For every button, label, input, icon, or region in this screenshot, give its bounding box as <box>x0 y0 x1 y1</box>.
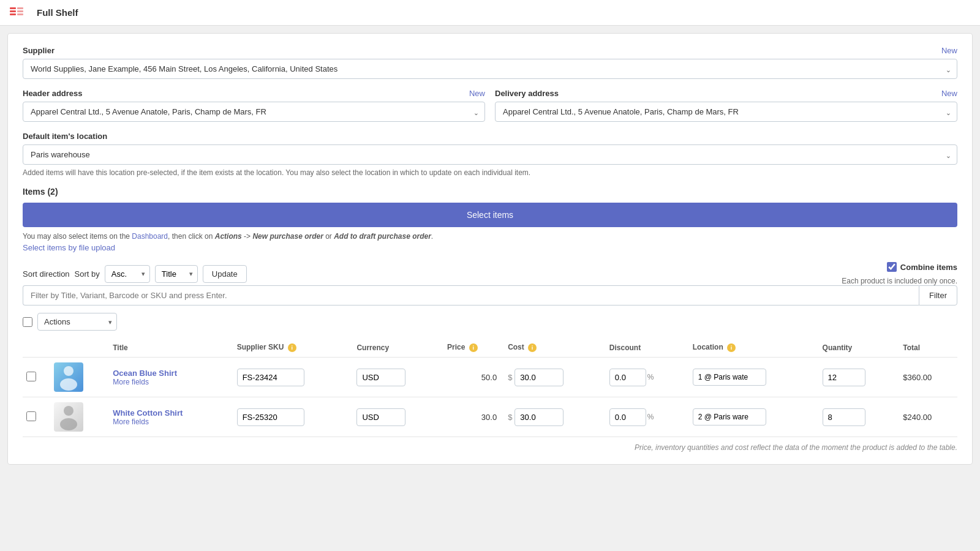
col-image <box>50 338 109 358</box>
filter-input[interactable] <box>23 285 919 305</box>
row-currency-cell <box>353 397 443 437</box>
more-fields-link[interactable]: More fields <box>113 418 229 426</box>
delivery-address-select[interactable]: Apparel Central Ltd., 5 Avenue Anatole, … <box>495 102 957 122</box>
actions-select-wrapper: Actions Delete selected Update price <box>37 313 117 331</box>
supplier-label-row: Supplier New <box>23 46 957 55</box>
location-info-icon[interactable]: i <box>727 343 736 352</box>
help-prefix: You may also select items on the <box>23 232 132 241</box>
app-title: Full Shelf <box>37 7 78 18</box>
product-title-link[interactable]: Ocean Blue Shirt <box>113 369 177 378</box>
delivery-address-new-link[interactable]: New <box>941 89 957 98</box>
combine-label: Combine items <box>900 263 957 272</box>
supplier-sku-input[interactable] <box>237 369 304 386</box>
more-fields-link[interactable]: More fields <box>113 378 229 386</box>
row-sku-cell <box>233 397 353 437</box>
default-location-select-wrapper: Paris warehouse <box>23 144 957 165</box>
sort-left: Sort direction Sort by Asc. Desc. Title … <box>23 265 247 283</box>
sort-by-select[interactable]: Title SKU Price <box>155 265 198 283</box>
app-header: Full Shelf <box>0 0 980 26</box>
col-price: Price i <box>443 338 504 358</box>
logo-icon <box>10 5 32 20</box>
row-checkbox[interactable] <box>26 411 36 421</box>
table-body: Ocean Blue ShirtMore fields50.0$%$360.00… <box>23 358 957 437</box>
cost-prefix: $ <box>508 373 512 382</box>
main-content: Supplier New World Supplies, Jane Exampl… <box>7 33 973 465</box>
svg-rect-0 <box>10 7 16 9</box>
row-discount-cell: % <box>606 397 689 437</box>
product-title-link[interactable]: White Cotton Shirt <box>113 408 183 418</box>
address-section: Header address New Apparel Central Ltd.,… <box>23 89 957 122</box>
update-button[interactable]: Update <box>203 265 247 283</box>
currency-input[interactable] <box>356 369 405 386</box>
currency-input[interactable] <box>356 408 405 426</box>
combine-sublabel: Each product is included only once. <box>842 277 957 285</box>
row-discount-cell: % <box>606 358 689 397</box>
row-price-cell: 30.0 <box>443 397 504 437</box>
add-draft-text: Add to draft purchase order <box>334 232 431 241</box>
default-location-select[interactable]: Paris warehouse <box>23 144 957 165</box>
col-sku: Supplier SKU i <box>233 338 353 358</box>
sku-info-icon[interactable]: i <box>288 343 296 352</box>
discount-input[interactable] <box>609 369 646 386</box>
product-thumbnail <box>54 402 83 432</box>
items-table: Title Supplier SKU i Currency Price i Co… <box>23 338 957 437</box>
cost-input[interactable] <box>514 408 564 426</box>
supplier-label: Supplier <box>23 46 55 55</box>
quantity-input[interactable] <box>823 408 865 426</box>
default-location-section: Default item's location Paris warehouse … <box>23 132 957 177</box>
header-address-select[interactable]: Apparel Central Ltd., 5 Avenue Anatole, … <box>23 102 485 122</box>
supplier-new-link[interactable]: New <box>941 46 957 55</box>
combine-items-checkbox[interactable] <box>887 262 897 272</box>
discount-input[interactable] <box>609 408 646 426</box>
supplier-sku-input[interactable] <box>237 408 304 426</box>
location-input[interactable] <box>693 369 766 386</box>
actions-row: Actions Delete selected Update price <box>23 313 957 331</box>
supplier-select-wrapper: World Supplies, Jane Example, 456 Main S… <box>23 59 957 79</box>
help-middle: , then click on <box>168 232 215 241</box>
svg-rect-1 <box>10 10 16 12</box>
items-header: Items (2) <box>23 187 957 197</box>
location-input[interactable] <box>693 408 766 425</box>
svg-point-9 <box>60 418 77 430</box>
header-address-new-link[interactable]: New <box>469 89 485 98</box>
row-title-cell: Ocean Blue ShirtMore fields <box>109 358 233 397</box>
row-checkbox-cell <box>23 358 50 397</box>
help-arrow: -> <box>242 232 253 241</box>
row-price-cell: 50.0 <box>443 358 504 397</box>
svg-rect-5 <box>17 13 23 15</box>
help-period: . <box>431 232 433 241</box>
row-total-cell: $360.00 <box>899 358 957 397</box>
col-total: Total <box>899 338 957 358</box>
actions-select[interactable]: Actions Delete selected Update price <box>37 313 117 331</box>
dashboard-link[interactable]: Dashboard <box>132 232 168 241</box>
table-row: Ocean Blue ShirtMore fields50.0$%$360.00 <box>23 358 957 397</box>
supplier-select[interactable]: World Supplies, Jane Example, 456 Main S… <box>23 59 957 79</box>
percent-suffix: % <box>647 413 654 421</box>
cost-input[interactable] <box>514 369 564 386</box>
svg-point-7 <box>60 378 77 391</box>
supplier-section: Supplier New World Supplies, Jane Exampl… <box>23 46 957 79</box>
row-image-cell <box>50 358 109 397</box>
row-currency-cell <box>353 358 443 397</box>
quantity-input[interactable] <box>823 369 865 386</box>
header-address-label: Header address <box>23 89 83 98</box>
file-upload-link[interactable]: Select items by file upload <box>23 243 115 252</box>
row-checkbox[interactable] <box>26 372 36 381</box>
default-location-label-row: Default item's location <box>23 132 957 141</box>
price-info-icon[interactable]: i <box>469 343 478 352</box>
cost-info-icon[interactable]: i <box>528 343 537 352</box>
row-total-cell: $240.00 <box>899 397 957 437</box>
select-all-checkbox[interactable] <box>23 317 32 327</box>
filter-button[interactable]: Filter <box>919 285 957 305</box>
row-location-cell <box>689 358 819 397</box>
table-header: Title Supplier SKU i Currency Price i Co… <box>23 338 957 358</box>
filter-row: Filter <box>23 285 957 305</box>
percent-suffix: % <box>647 373 654 381</box>
items-section: Items (2) Select items You may also sele… <box>23 187 957 252</box>
row-cost-cell: $ <box>504 358 606 397</box>
svg-rect-2 <box>10 13 16 15</box>
select-items-button[interactable]: Select items <box>23 203 957 227</box>
sort-direction-select[interactable]: Asc. Desc. <box>105 265 150 283</box>
product-thumbnail <box>54 362 83 392</box>
row-title-cell: White Cotton ShirtMore fields <box>109 397 233 437</box>
